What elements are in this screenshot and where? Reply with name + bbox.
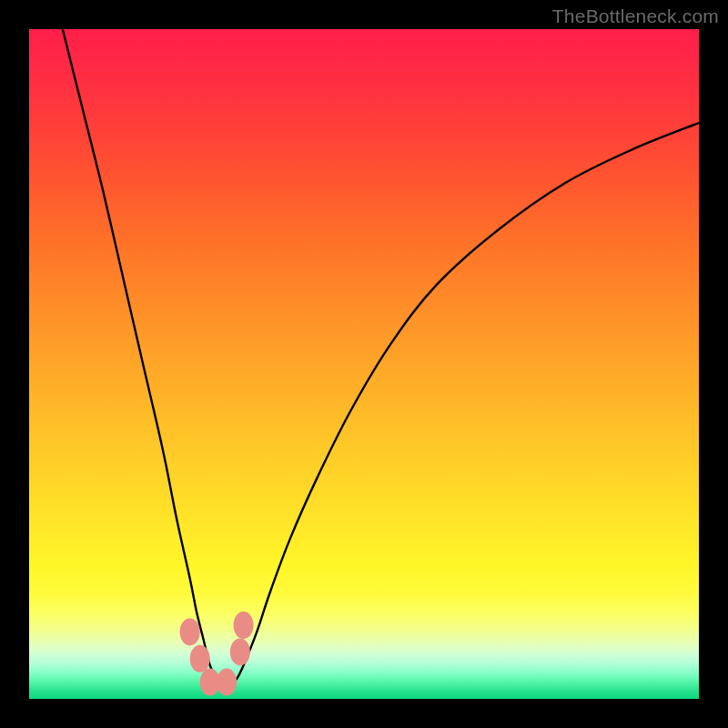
marker-dot: [217, 669, 237, 696]
watermark-text: TheBottleneck.com: [552, 5, 719, 27]
marker-dot: [180, 618, 200, 645]
chart-frame: TheBottleneck.com: [0, 0, 728, 728]
marker-dot: [234, 612, 254, 639]
plot-area: [29, 29, 699, 699]
curve-markers: [180, 612, 254, 696]
curve-layer: [29, 29, 699, 699]
marker-dot: [230, 638, 250, 665]
marker-dot: [190, 645, 210, 672]
bottleneck-curve: [63, 29, 699, 686]
